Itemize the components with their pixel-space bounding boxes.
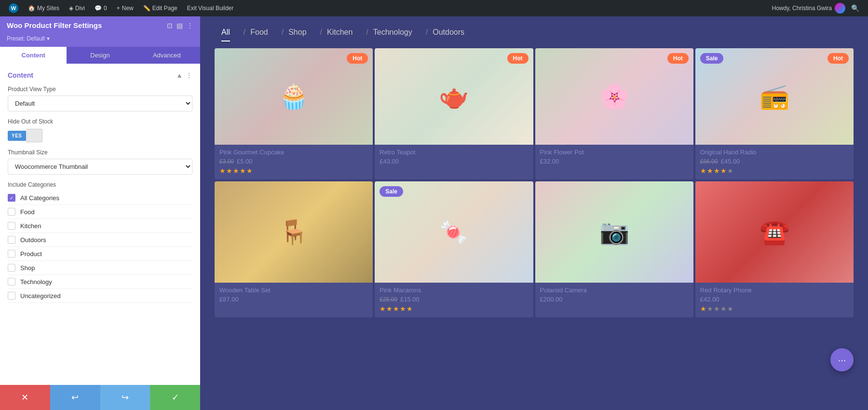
product-name-macaron: Pink Macarons: [380, 287, 528, 294]
filter-tab-outdoors[interactable]: / Outdoors: [419, 24, 471, 41]
undo-button[interactable]: ↩: [50, 385, 100, 410]
product-grid: 🧁 Hot Pink Gourmet Cupcake £3.00 £5.00 ★…: [215, 48, 854, 317]
badge-sale-macaron: Sale: [380, 186, 403, 197]
toggle-box[interactable]: [26, 129, 42, 142]
new-item[interactable]: + New: [113, 0, 137, 16]
product-info-macaron: Pink Macarons £25.00 £15.00 ★ ★ ★ ★ ★: [375, 283, 533, 317]
thumbnail-size-label: Thumbnail Size: [8, 149, 192, 156]
product-card-table[interactable]: 🪑 Wooden Table Set £87.00: [215, 181, 373, 317]
category-checkbox-kitchen[interactable]: [8, 222, 15, 230]
product-image-camera: 📷: [535, 181, 693, 283]
hide-out-of-stock-toggle[interactable]: YES: [8, 129, 192, 142]
category-item-kitchen[interactable]: Kitchen: [8, 219, 192, 233]
star-2: ★: [226, 167, 232, 175]
stars-cupcake: ★ ★ ★ ★ ★: [219, 167, 368, 175]
my-sites-item[interactable]: 🏠 My Sites: [24, 0, 63, 16]
price-old-cupcake: £3.00: [219, 158, 234, 165]
filter-tab-shop[interactable]: / Shop: [275, 24, 313, 41]
filter-tab-kitchen[interactable]: / Kitchen: [313, 24, 360, 41]
category-item-food[interactable]: Food: [8, 205, 192, 219]
product-price-camera: £200.00: [540, 296, 689, 303]
product-price-flower: £32.00: [540, 158, 689, 165]
star-2: ★: [707, 167, 713, 175]
product-price-macaron: £25.00 £15.00: [380, 296, 528, 303]
product-card-radio[interactable]: 📻 Sale Hot Original Hand Radio £56.00 £4…: [695, 48, 854, 179]
wp-icon: W: [9, 3, 18, 13]
filter-tab-food[interactable]: / Food: [237, 24, 275, 41]
product-info-table: Wooden Table Set £87.00: [215, 283, 373, 310]
thumbnail-size-select[interactable]: Woocommerce Thumbnail Full Medium Large: [8, 159, 192, 175]
product-price-teapot: £43.00: [380, 158, 528, 165]
product-name-cupcake: Pink Gourmet Cupcake: [219, 149, 368, 156]
edit-page-item[interactable]: ✏️ Edit Page: [139, 0, 181, 16]
tab-content[interactable]: Content: [0, 47, 67, 64]
badge-sale-radio: Sale: [700, 53, 724, 64]
section-more-icon[interactable]: ⋮: [186, 71, 192, 79]
product-content-area: All / Food / Shop / Kitchen / Technology…: [200, 16, 868, 410]
redo-button[interactable]: ↪: [100, 385, 150, 410]
tab-design[interactable]: Design: [67, 47, 133, 64]
save-button[interactable]: ✓: [150, 385, 200, 410]
product-name-phone: Red Rotary Phone: [700, 287, 849, 294]
product-name-camera: Polaroid Camera: [540, 287, 689, 294]
category-checkbox-product[interactable]: [8, 250, 15, 258]
product-info-cupcake: Pink Gourmet Cupcake £3.00 £5.00 ★ ★ ★ ★…: [215, 145, 373, 179]
category-item-technology[interactable]: Technology: [8, 275, 192, 289]
search-button[interactable]: 🔍: [847, 4, 863, 12]
star-5: ★: [727, 167, 733, 175]
category-item-shop[interactable]: Shop: [8, 261, 192, 275]
divi-item[interactable]: ◈ Divi: [65, 0, 89, 16]
toggle-yes-label: YES: [8, 131, 26, 141]
price-only-phone: £42.00: [700, 296, 719, 303]
product-name-table: Wooden Table Set: [219, 287, 368, 294]
resize-icon[interactable]: ⊡: [167, 22, 173, 29]
filter-tabs: All / Food / Shop / Kitchen / Technology…: [215, 16, 854, 44]
price-old-radio: £56.00: [700, 158, 718, 165]
preset-selector[interactable]: Preset: Default ▾: [0, 34, 200, 47]
product-info-radio: Original Hand Radio £56.00 £45.00 ★ ★ ★ …: [695, 145, 854, 179]
product-info-flower: Pink Flower Pot £32.00: [535, 145, 693, 172]
product-price-radio: £56.00 £45.00: [700, 158, 849, 165]
cancel-button[interactable]: ✕: [0, 385, 50, 410]
product-view-type-select[interactable]: Default List Grid: [8, 96, 192, 111]
sidebar-header-icons: ⊡ ▤ ⋮: [167, 22, 193, 29]
filter-tab-all[interactable]: All: [215, 24, 237, 41]
category-checkbox-food[interactable]: [8, 208, 15, 216]
category-checkbox-outdoors[interactable]: [8, 236, 15, 244]
price-only-teapot: £43.00: [380, 158, 399, 165]
product-name-flower: Pink Flower Pot: [540, 149, 689, 156]
product-image-table: 🪑: [215, 181, 373, 283]
exit-builder-item[interactable]: Exit Visual Builder: [183, 0, 238, 16]
layout-icon[interactable]: ▤: [176, 22, 183, 29]
product-card-camera[interactable]: 📷 Polaroid Camera £200.00: [535, 181, 693, 317]
product-card-macaron[interactable]: 🍬 Sale Pink Macarons £25.00 £15.00 ★ ★ ★…: [375, 181, 533, 317]
sidebar-actions: ✕ ↩ ↪ ✓: [0, 385, 200, 410]
tab-advanced[interactable]: Advanced: [134, 47, 200, 64]
star-4: ★: [240, 167, 246, 175]
product-card-teapot[interactable]: 🫖 Hot Retro Teapot £43.00: [375, 48, 533, 179]
product-card-cupcake[interactable]: 🧁 Hot Pink Gourmet Cupcake £3.00 £5.00 ★…: [215, 48, 373, 179]
category-item-outdoors[interactable]: Outdoors: [8, 233, 192, 247]
more-icon[interactable]: ⋮: [187, 22, 193, 29]
category-checkbox-uncategorized[interactable]: [8, 292, 15, 300]
fab-button[interactable]: ···: [830, 348, 854, 371]
comments-item[interactable]: 💬 0: [91, 0, 111, 16]
product-card-flowerpot[interactable]: 🌸 Hot Pink Flower Pot £32.00: [535, 48, 693, 179]
sidebar-title: Woo Product Filter Settings: [7, 21, 102, 29]
category-checkbox-all[interactable]: ✓: [8, 194, 15, 202]
product-info-phone: Red Rotary Phone £42.00 ★ ★ ★ ★ ★: [695, 283, 854, 317]
category-checkbox-shop[interactable]: [8, 264, 15, 272]
price-new-cupcake: £5.00: [237, 158, 253, 165]
category-checkbox-technology[interactable]: [8, 278, 15, 286]
stars-phone: ★ ★ ★ ★ ★: [700, 305, 849, 313]
collapse-icon[interactable]: ▲: [176, 71, 183, 79]
filter-tab-technology[interactable]: / Technology: [359, 24, 419, 41]
product-info-camera: Polaroid Camera £200.00: [535, 283, 693, 310]
price-only-table: £87.00: [219, 296, 239, 303]
product-card-phone[interactable]: ☎️ Red Rotary Phone £42.00 ★ ★ ★ ★ ★: [695, 181, 854, 317]
wp-logo-item[interactable]: W: [5, 0, 22, 16]
category-item-product[interactable]: Product: [8, 247, 192, 261]
category-item-all[interactable]: ✓ All Categories: [8, 191, 192, 205]
category-item-uncategorized[interactable]: Uncategorized: [8, 289, 192, 303]
product-price-phone: £42.00: [700, 296, 849, 303]
